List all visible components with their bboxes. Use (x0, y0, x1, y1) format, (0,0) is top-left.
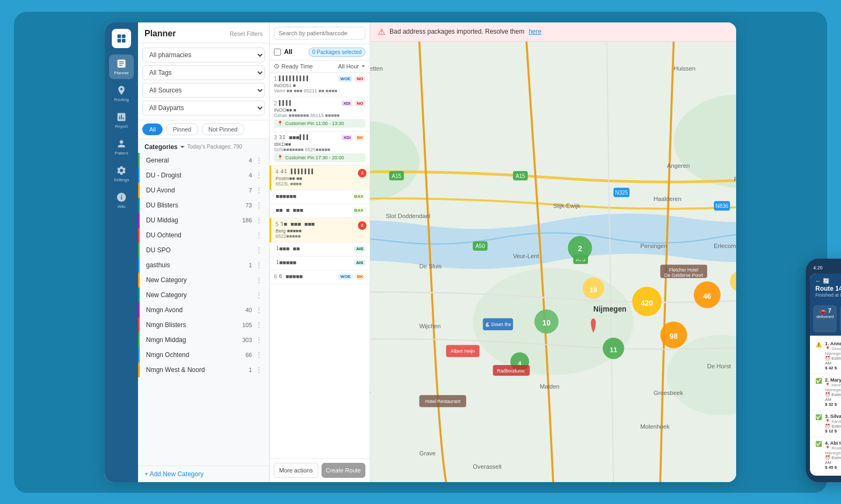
category-more-icon[interactable]: ⋮ (255, 261, 263, 269)
left-nav: Planner Routing Report Patient Settings … (105, 22, 138, 482)
svg-rect-3 (122, 38, 126, 42)
svg-text:Radboudumc: Radboudumc (497, 368, 525, 373)
package-item[interactable]: 2 ▌▌▌▌ XDINO INOO■■ ■ Geran ■■■■■■■ 6511… (270, 97, 370, 131)
phone-back-button[interactable]: ← 🔄 (815, 278, 841, 284)
category-item[interactable]: DU SPO ⋮ (138, 243, 269, 258)
svg-text:A15: A15 (392, 173, 401, 179)
category-more-icon[interactable]: ⋮ (255, 171, 263, 180)
svg-text:De Horst: De Horst (707, 363, 731, 369)
map-svg-container: Hemmen Zetten Huissen Groessen Andelst A… (370, 41, 736, 482)
category-more-icon[interactable]: ⋮ (255, 231, 263, 239)
filter-tags[interactable]: All Tags (142, 65, 265, 80)
category-more-icon[interactable]: ⋮ (255, 156, 263, 165)
phone-delivery-item[interactable]: ⚠️ 1. Anne Frank 📍 Grootweers 278, 6532 … (810, 338, 841, 374)
package-item[interactable]: 6 6 ■■■■■ WOEBK (270, 270, 370, 284)
btn-pinned[interactable]: Pinned (166, 123, 198, 135)
category-item[interactable]: New Category ⋮ (138, 273, 269, 288)
pkg-num: 5 (276, 221, 279, 227)
package-item[interactable]: 5 5■ ■■■ ■■■ P Berg ■■■■■ 6522■■■■■ 2 (270, 218, 370, 243)
category-name: Nmgn Avond (146, 306, 246, 314)
category-more-icon[interactable]: ⋮ (255, 321, 263, 329)
category-more-icon[interactable]: ⋮ (255, 291, 263, 299)
map-alert: ⚠ Bad address packages imported. Resolve… (370, 22, 736, 42)
category-more-icon[interactable]: ⋮ (255, 216, 263, 224)
category-item[interactable]: New Category ⋮ (138, 288, 269, 303)
reset-filters-button[interactable]: Reset Filters (230, 30, 263, 37)
svg-text:Slot Doddendael: Slot Doddendael (386, 212, 430, 219)
filter-dayparts[interactable]: All Dayparts (142, 100, 265, 115)
btn-not-pinned[interactable]: Not Pinned (202, 123, 244, 135)
category-item[interactable]: Nmgn West & Noord 1 ⋮ (138, 362, 269, 377)
category-item[interactable]: Nmgn Ochtend 66 ⋮ (138, 347, 269, 362)
package-item[interactable]: 3 31 ■■■▌▌▌ XDIBK IBKD■■ Schl■■■■■■■ 652… (270, 131, 370, 166)
nav-item-settings[interactable]: Settings (109, 161, 134, 186)
pharmacies-select[interactable]: All pharmacies (142, 48, 265, 63)
svg-text:420: 420 (641, 299, 653, 307)
phone-delivery-item[interactable]: ✅ 3. Silvano Bathoom 📍 Kaminonk Fabersst… (810, 410, 841, 437)
more-actions-button[interactable]: More actions (274, 463, 318, 478)
category-more-icon[interactable]: ⋮ (255, 351, 263, 359)
delivery-status-icon: ✅ (815, 378, 822, 384)
filter-pharmacies[interactable]: All pharmacies (142, 48, 265, 63)
category-item[interactable]: Nmgn Blisters 105 ⋮ (138, 317, 269, 332)
svg-text:Groesbeek: Groesbeek (654, 390, 683, 396)
category-more-icon[interactable]: ⋮ (255, 201, 263, 210)
category-item[interactable]: DU Ochtend ⋮ (138, 228, 269, 243)
pkg-barcode: 31 ■■■▌▌▌ (279, 135, 340, 140)
phone-delivery-item[interactable]: ✅ 4. Abi Iofarik 📍 Rosa de Limastraat 23… (810, 437, 841, 474)
category-name: Nmgn Middag (146, 336, 242, 344)
package-item[interactable]: 1 ▌▌▌▌▌▌▌▌▌ WOENO INOO51 ■ Verm ■■ ■■■ 6… (270, 73, 370, 97)
category-item[interactable]: gasthuis 1 ⋮ (138, 258, 269, 273)
alert-link[interactable]: here (529, 28, 541, 35)
category-item[interactable]: Nmgn Middag 303 ⋮ (138, 332, 269, 347)
category-count: 186 (242, 217, 252, 223)
category-more-icon[interactable]: ⋮ (255, 306, 263, 314)
create-route-button[interactable]: Create Route (322, 463, 366, 478)
pkg-badge: BAX (352, 207, 365, 213)
nav-item-report[interactable]: Report (109, 108, 134, 133)
category-item[interactable]: DU Blisters 73 ⋮ (138, 198, 269, 213)
phone-delivery-item[interactable]: ✅ 2. Mary wilam 📍 Henry Dunantstraat 8, … (810, 374, 841, 410)
package-item[interactable]: ■■ ■ ■■■ BAX (270, 204, 370, 218)
category-item[interactable]: Nmgn Avond 40 ⋮ (138, 303, 269, 317)
category-name: DU Blisters (146, 201, 246, 209)
btn-all[interactable]: All (142, 123, 163, 135)
dayparts-select[interactable]: All Dayparts (142, 100, 265, 115)
select-all-checkbox[interactable] (274, 49, 281, 56)
filter-sources[interactable]: All Sources (142, 83, 265, 98)
nav-item-patient[interactable]: Patient (109, 135, 134, 159)
pkg-search-input[interactable] (274, 27, 365, 40)
package-item[interactable]: ■■■■■■ BAX (270, 190, 370, 204)
category-more-icon[interactable]: ⋮ (255, 336, 263, 344)
sources-select[interactable]: All Sources (142, 83, 265, 98)
category-item[interactable]: General 4 ⋮ (138, 153, 269, 168)
category-more-icon[interactable]: ⋮ (255, 276, 263, 284)
pkg-item-header: 4 41 ▌▌▌▌▌▌▌ P (276, 169, 365, 175)
category-more-icon[interactable]: ⋮ (255, 186, 263, 195)
pkg-num: 1 (274, 76, 277, 82)
delivery-status-icon: ✅ (815, 441, 822, 447)
package-item[interactable]: 1■■■■■ AIS (270, 257, 370, 270)
nav-item-planner[interactable]: Planner (109, 55, 134, 79)
category-more-icon[interactable]: ⋮ (255, 246, 263, 254)
category-name: gasthuis (146, 261, 249, 269)
pkg-time-filter: Ready Time All Hour (270, 60, 370, 73)
pkg-badge: WOE (338, 274, 353, 280)
phone-route-subtitle: Finished at Friday 12:45 - 16:38 (815, 292, 841, 298)
package-item[interactable]: 1■■■ ■■ AIS (270, 243, 370, 257)
add-category-button[interactable]: + Add New Category (138, 466, 269, 482)
alert-text: Bad address packages imported. Resolve t… (389, 28, 524, 35)
nav-item-wiki[interactable]: Wiki (109, 188, 134, 213)
nav-item-routing[interactable]: Routing (109, 81, 134, 106)
pkg-item-header: 1 ▌▌▌▌▌▌▌▌▌ WOENO (274, 76, 365, 82)
category-item[interactable]: DU - Drogist 4 ⋮ (138, 168, 269, 183)
phone-stat-delivered-label: delivered (816, 314, 834, 319)
tags-select[interactable]: All Tags (142, 65, 265, 80)
category-count: 1 (249, 367, 252, 373)
category-more-icon[interactable]: ⋮ (255, 366, 263, 374)
package-item[interactable]: 4 41 ▌▌▌▌▌▌▌ P Postm■■ ■■ 6523L ■■■■ 2 (270, 166, 370, 190)
category-item[interactable]: DU Middag 186 ⋮ (138, 213, 269, 228)
delivery-time: ⏰ Estimated Time of Arrival 9:29 AM (825, 424, 841, 429)
category-item[interactable]: DU Avond 7 ⋮ (138, 183, 269, 198)
delivery-name: 2. Mary wilam (825, 377, 841, 383)
